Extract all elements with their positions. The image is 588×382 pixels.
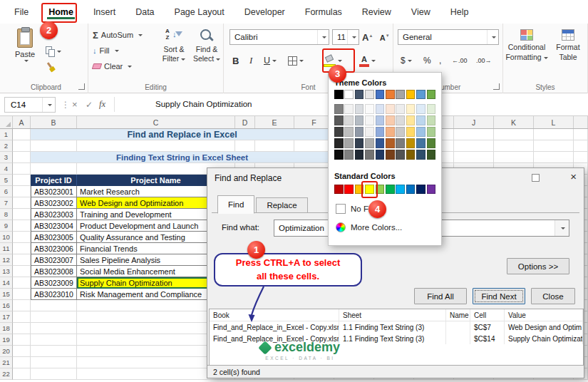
theme-color-swatch[interactable] bbox=[406, 90, 416, 99]
sheet-cell[interactable] bbox=[574, 152, 588, 163]
column-header-a[interactable]: A bbox=[13, 116, 31, 128]
project-id-cell[interactable]: AB3023001 bbox=[31, 186, 77, 197]
font-name-combobox[interactable]: Calibri bbox=[229, 29, 329, 45]
sheet-cell[interactable] bbox=[13, 300, 31, 311]
theme-tint-swatch[interactable] bbox=[365, 115, 374, 125]
column-header-partial[interactable] bbox=[574, 116, 588, 128]
theme-tint-swatch[interactable] bbox=[386, 127, 395, 137]
clear-button[interactable]: Clear bbox=[93, 59, 132, 73]
ribbon-tab-home[interactable]: Home bbox=[47, 5, 75, 19]
sheet-cell[interactable] bbox=[31, 163, 77, 175]
theme-tint-swatch[interactable] bbox=[365, 150, 374, 160]
currency-button[interactable]: $ bbox=[401, 52, 412, 69]
theme-tint-swatch[interactable] bbox=[344, 104, 354, 114]
theme-color-swatch[interactable] bbox=[427, 90, 436, 99]
chevron-down-icon[interactable] bbox=[347, 30, 359, 44]
sheet-cell[interactable] bbox=[13, 163, 31, 175]
standard-color-swatch[interactable] bbox=[396, 185, 405, 194]
theme-tint-swatch[interactable] bbox=[344, 150, 354, 160]
ribbon-tab-page-layout[interactable]: Page Layout bbox=[173, 5, 226, 19]
column-header-c[interactable]: C bbox=[77, 116, 235, 128]
row-header-22[interactable]: 22 bbox=[0, 368, 13, 380]
chevron-down-icon[interactable] bbox=[487, 30, 498, 44]
standard-color-swatch[interactable] bbox=[427, 185, 436, 194]
theme-tint-swatch[interactable] bbox=[386, 138, 395, 148]
project-id-cell[interactable]: AB3023007 bbox=[31, 254, 77, 266]
row-header-3[interactable]: 3 bbox=[0, 152, 13, 163]
theme-tint-swatch[interactable] bbox=[386, 104, 395, 114]
sheet-cell[interactable] bbox=[534, 152, 574, 163]
clipboard-dialog-launcher-icon[interactable] bbox=[78, 83, 85, 90]
row-header-5[interactable]: 5 bbox=[0, 175, 13, 186]
theme-tint-swatch[interactable] bbox=[427, 115, 436, 125]
sheet-cell[interactable] bbox=[13, 232, 31, 243]
theme-color-swatch[interactable] bbox=[396, 90, 405, 99]
ribbon-tab-file[interactable]: File bbox=[13, 5, 30, 19]
sheet-cell[interactable] bbox=[13, 254, 31, 266]
theme-tint-swatch[interactable] bbox=[406, 104, 416, 114]
theme-tint-swatch[interactable] bbox=[416, 138, 425, 148]
row-header-7[interactable]: 7 bbox=[0, 197, 13, 209]
theme-color-swatch[interactable] bbox=[376, 90, 385, 99]
sheet-cell[interactable] bbox=[31, 346, 77, 357]
theme-tint-swatch[interactable] bbox=[334, 138, 344, 148]
formula-bar-value[interactable]: Supply Chain Optimization bbox=[155, 100, 252, 108]
theme-tint-swatch[interactable] bbox=[416, 127, 425, 137]
standard-color-swatch[interactable] bbox=[344, 185, 354, 194]
sheet-cell[interactable] bbox=[574, 140, 588, 152]
theme-color-swatch[interactable] bbox=[344, 90, 354, 99]
theme-tint-swatch[interactable] bbox=[427, 150, 436, 160]
sheet-cell[interactable] bbox=[13, 197, 31, 209]
sheet-cell[interactable] bbox=[13, 368, 31, 380]
sheet-cell[interactable] bbox=[13, 277, 31, 289]
theme-tint-swatch[interactable] bbox=[396, 127, 405, 137]
theme-tint-swatch[interactable] bbox=[396, 150, 405, 160]
name-box-resizer-icon[interactable]: ⋮ bbox=[61, 100, 70, 110]
row-header-13[interactable]: 13 bbox=[0, 266, 13, 277]
sheet-cell[interactable] bbox=[13, 289, 31, 300]
theme-tint-swatch[interactable] bbox=[365, 104, 374, 114]
theme-color-swatch[interactable] bbox=[334, 90, 344, 99]
sheet-cell[interactable] bbox=[31, 368, 77, 380]
row-header-16[interactable]: 16 bbox=[0, 300, 13, 311]
close-button[interactable]: Close bbox=[531, 288, 575, 304]
ribbon-tab-review[interactable]: Review bbox=[361, 5, 393, 19]
sheet-cell[interactable] bbox=[494, 129, 534, 140]
theme-tint-swatch[interactable] bbox=[355, 150, 364, 160]
row-header-18[interactable]: 18 bbox=[0, 323, 13, 334]
standard-color-swatch[interactable] bbox=[416, 185, 425, 194]
cancel-icon[interactable]: × bbox=[72, 99, 78, 110]
ribbon-tab-insert[interactable]: Insert bbox=[92, 5, 117, 19]
row-header-2[interactable]: 2 bbox=[0, 140, 13, 152]
sheet-cell[interactable] bbox=[494, 140, 534, 152]
sheet-cell[interactable] bbox=[77, 140, 235, 152]
name-box[interactable]: C14 bbox=[4, 97, 56, 113]
ribbon-tab-formulas[interactable]: Formulas bbox=[304, 5, 344, 19]
paste-button[interactable]: Paste bbox=[9, 26, 41, 81]
italic-button[interactable]: I bbox=[249, 52, 252, 69]
standard-color-swatch[interactable] bbox=[386, 185, 395, 194]
theme-tint-swatch[interactable] bbox=[406, 127, 416, 137]
project-id-cell[interactable]: AB3023009 bbox=[31, 277, 77, 289]
theme-color-swatch[interactable] bbox=[355, 90, 364, 99]
theme-tint-swatch[interactable] bbox=[344, 127, 354, 137]
sort-filter-button[interactable]: AZ↓ Sort & Filter bbox=[158, 26, 190, 82]
theme-tint-swatch[interactable] bbox=[376, 104, 385, 114]
sheet-cell[interactable] bbox=[31, 311, 77, 323]
bold-button[interactable]: B bbox=[232, 52, 239, 69]
project-id-cell[interactable]: AB3023002 bbox=[31, 197, 77, 209]
underline-button[interactable]: U bbox=[264, 52, 277, 69]
comma-button[interactable]: , bbox=[439, 52, 441, 69]
ribbon-tab-view[interactable]: View bbox=[410, 5, 432, 19]
sheet-cell[interactable] bbox=[454, 140, 494, 152]
row-header-17[interactable]: 17 bbox=[0, 311, 13, 323]
enter-icon[interactable]: ✓ bbox=[86, 100, 93, 110]
table-header-project-id[interactable]: Project ID bbox=[31, 175, 77, 186]
project-id-cell[interactable]: AB3023004 bbox=[31, 220, 77, 232]
theme-tint-swatch[interactable] bbox=[386, 115, 395, 125]
theme-tint-swatch[interactable] bbox=[416, 104, 425, 114]
insert-function-icon[interactable]: fx bbox=[99, 99, 105, 110]
tab-replace[interactable]: Replace bbox=[256, 197, 307, 213]
theme-color-swatch[interactable] bbox=[365, 90, 374, 99]
sheet-cell[interactable] bbox=[13, 186, 31, 197]
